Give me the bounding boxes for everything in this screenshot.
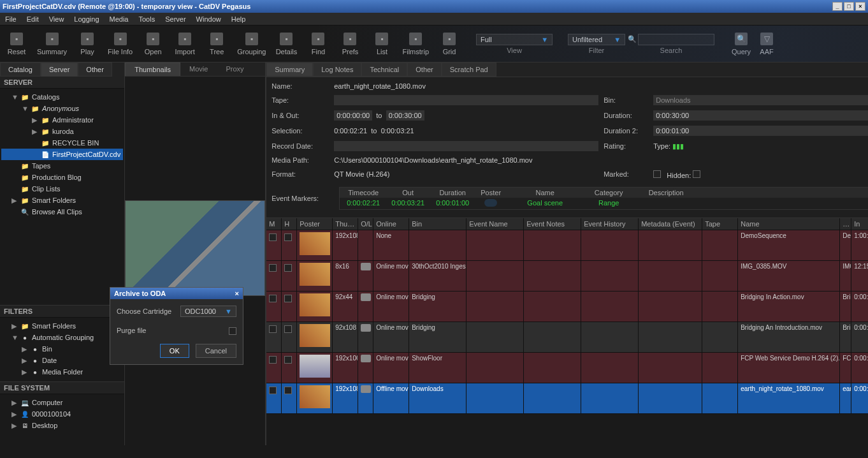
import-button[interactable]: ▪Import: [173, 33, 196, 55]
menu-media[interactable]: Media: [110, 15, 129, 23]
list-button[interactable]: ▪List: [370, 33, 393, 55]
tree-item[interactable]: 📁RECYCLE BIN: [1, 137, 123, 149]
table-row[interactable]: 192x106Online movieShowFloorFCP Web Serv…: [266, 353, 868, 383]
query-button[interactable]: 🔍Query: [730, 33, 753, 55]
tree-item[interactable]: ▶📁Smart Folders: [1, 195, 123, 206]
expand-icon[interactable]: ▶: [32, 128, 38, 136]
grid-col-header[interactable]: …: [840, 218, 851, 230]
menu-file[interactable]: File: [5, 15, 17, 23]
grid-col-header[interactable]: In: [851, 218, 868, 230]
close-button[interactable]: ×: [855, 2, 865, 11]
expand-icon[interactable]: ▼: [22, 105, 28, 112]
grid-col-header[interactable]: Poster: [297, 218, 333, 230]
dialog-close-icon[interactable]: ×: [235, 290, 239, 297]
expand-icon[interactable]: ▼: [11, 93, 18, 101]
table-row[interactable]: 192x108NoneDemoSequenceDem1:00:00:001:01: [266, 230, 868, 261]
file-info-button[interactable]: ▪File Info: [108, 33, 133, 55]
tab-movie[interactable]: Movie: [180, 63, 217, 76]
tree-item[interactable]: ▶📁kuroda: [1, 126, 123, 137]
tree-item[interactable]: ▼📁Catalogs: [1, 91, 123, 103]
expand-icon[interactable]: ▼: [11, 334, 18, 341]
tab-proxy[interactable]: Proxy: [217, 63, 252, 76]
tab-log-notes[interactable]: Log Notes: [313, 63, 361, 77]
prefs-button[interactable]: ▪Prefs: [338, 33, 361, 55]
grid-col-header[interactable]: Event History: [581, 218, 639, 230]
tab-thumbnails[interactable]: Thumbnails: [125, 63, 180, 76]
tree-item[interactable]: ▶●Media Folder: [1, 366, 123, 375]
grid-col-header[interactable]: M: [266, 218, 282, 230]
expand-icon[interactable]: ▶: [11, 322, 18, 330]
view-select[interactable]: Full▼: [476, 34, 553, 45]
tree-item[interactable]: 📁Production Blog: [1, 172, 123, 183]
tree-item[interactable]: ▶●Date: [1, 355, 123, 366]
tree-item[interactable]: ▶📁Smart Folders: [1, 320, 123, 332]
play-button[interactable]: ▪Play: [76, 33, 99, 55]
hidden-checkbox[interactable]: [693, 170, 700, 178]
purge-checkbox[interactable]: [229, 327, 236, 335]
grid-col-header[interactable]: Thu…: [333, 218, 358, 230]
tree-button[interactable]: ▪Tree: [205, 33, 228, 55]
menu-window[interactable]: Window: [196, 15, 221, 23]
aaf-button[interactable]: ▽AAF: [755, 33, 778, 55]
tree-item[interactable]: 🔍Browse All Clips: [1, 206, 123, 218]
tree-item[interactable]: ▶📁Administrator: [1, 114, 123, 126]
menu-server[interactable]: Server: [165, 15, 185, 23]
recdate-value[interactable]: [334, 141, 598, 151]
tab-scratch-pad[interactable]: Scratch Pad: [442, 63, 496, 77]
grid-col-header[interactable]: Event Notes: [524, 218, 581, 230]
in-value[interactable]: 0:00:00:00: [334, 110, 372, 121]
bin-value[interactable]: Downloads: [653, 95, 868, 105]
cartridge-select[interactable]: ODC1000▼: [180, 306, 236, 317]
tree-item[interactable]: ▶🖥Desktop: [1, 420, 123, 431]
tab-catalog[interactable]: Catalog: [0, 63, 41, 77]
expand-icon[interactable]: ▶: [22, 357, 28, 365]
grid-col-header[interactable]: H: [282, 218, 297, 230]
tree-item[interactable]: ▶👤0000100104: [1, 408, 123, 420]
tab-server[interactable]: Server: [41, 63, 78, 77]
table-row[interactable]: 92x44Online movieBridgingBridging In Act…: [266, 292, 868, 322]
details-button[interactable]: ▪Details: [275, 33, 298, 55]
grid-col-header[interactable]: Event Name: [467, 218, 524, 230]
reset-button[interactable]: ▪Reset: [5, 33, 28, 55]
table-row[interactable]: 8x16Online movie30thOct2010 IngestFeatur…: [266, 261, 868, 292]
search-input[interactable]: [638, 34, 714, 45]
grid-col-header[interactable]: Tape: [702, 218, 738, 230]
grouping-button[interactable]: ▪Grouping: [237, 33, 266, 55]
menu-logging[interactable]: Logging: [74, 15, 99, 23]
tree-item[interactable]: ▼●Automatic Grouping: [1, 332, 123, 343]
filter-select[interactable]: Unfiltered▼: [568, 34, 625, 45]
grid-col-header[interactable]: Bin: [409, 218, 467, 230]
expand-icon[interactable]: ▶: [11, 422, 18, 430]
table-row[interactable]: 92x108Online movieBridgingBridging An In…: [266, 322, 868, 353]
tab-technical[interactable]: Technical: [361, 63, 407, 77]
minimize-button[interactable]: _: [832, 2, 843, 11]
menu-view[interactable]: View: [49, 15, 64, 23]
ok-button[interactable]: OK: [160, 344, 189, 358]
tab-summary[interactable]: Summary: [266, 63, 313, 77]
grid-col-header[interactable]: Online: [373, 218, 409, 230]
grid-col-header[interactable]: Metadata (Event): [639, 218, 702, 230]
maximize-button[interactable]: □: [844, 2, 854, 11]
expand-icon[interactable]: ▶: [11, 399, 18, 407]
expand-icon[interactable]: ▶: [22, 368, 28, 376]
table-row[interactable]: 192x108Offline movieDownloadsearth_night…: [266, 383, 868, 414]
open-button[interactable]: ▪Open: [141, 33, 164, 55]
menu-help[interactable]: Help: [231, 15, 246, 23]
filmstrip-button[interactable]: ▪Filmstrip: [402, 33, 429, 55]
tree-item[interactable]: ▶●Bin: [1, 343, 123, 355]
expand-icon[interactable]: ▶: [11, 410, 18, 418]
out-value[interactable]: 0:00:30:00: [386, 110, 424, 121]
menu-tools[interactable]: Tools: [138, 15, 155, 23]
find-button[interactable]: ▪Find: [307, 33, 329, 55]
grid-col-header[interactable]: O/L: [358, 218, 373, 230]
menu-edit[interactable]: Edit: [27, 15, 39, 23]
tree-item[interactable]: 📁Clip Lists: [1, 183, 123, 195]
tape-value[interactable]: [334, 95, 598, 105]
expand-icon[interactable]: ▶: [32, 116, 38, 124]
tab-other[interactable]: Other: [78, 63, 112, 77]
summary-button[interactable]: ▪Summary: [37, 33, 67, 55]
grid-col-header[interactable]: Name: [738, 218, 840, 230]
tree-item[interactable]: 📁Tapes: [1, 160, 123, 172]
expand-icon[interactable]: ▶: [22, 345, 28, 353]
expand-icon[interactable]: ▶: [11, 196, 18, 205]
